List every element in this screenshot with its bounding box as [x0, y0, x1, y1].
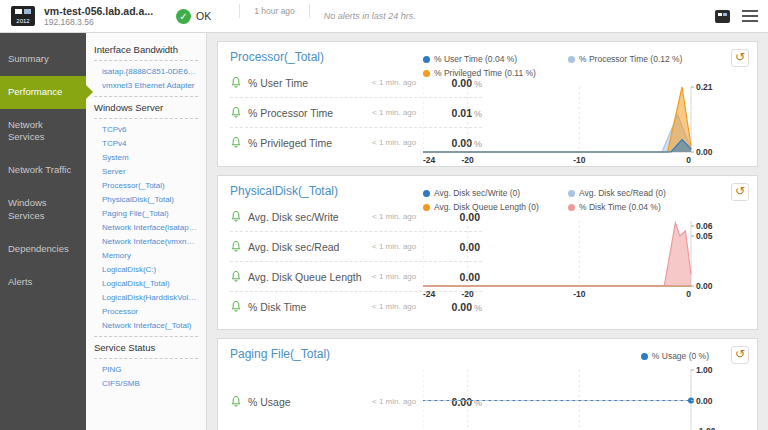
threshold-bell-icon[interactable]: [230, 270, 242, 283]
legend-dot: [568, 204, 575, 211]
chart-legend: % Usage (0 %): [423, 349, 723, 363]
sidebar-item-summary[interactable]: Summary: [0, 43, 86, 76]
device-status: OK: [176, 9, 211, 24]
history-icon[interactable]: [731, 183, 749, 201]
monitor-link[interactable]: isatap.{8888C851-0DE6-475C-...: [94, 64, 198, 78]
chart-area: % Usage (0 %) 1.000.00-1.00-24-20-100: [423, 349, 723, 430]
monitor-link[interactable]: Network Interface(_Total): [94, 318, 198, 332]
monitor-link[interactable]: LogicalDisk(_Total): [94, 276, 198, 290]
monitor-link[interactable]: PhysicalDisk(_Total): [94, 192, 198, 206]
svg-text:-1.00: -1.00: [696, 426, 716, 430]
legend-dot: [423, 190, 430, 197]
main-content: Processor(_Total) % User Time < 1 min. a…: [207, 33, 768, 430]
device-name: vm-test-056.lab.ad.a...: [44, 5, 162, 17]
legend-item: % User Time (0.04 %): [423, 52, 568, 66]
monitor-section-title: Service Status: [94, 337, 198, 359]
history-icon[interactable]: [731, 346, 749, 364]
monitor-section-title: Windows Server: [94, 97, 198, 119]
monitor-link[interactable]: CIFS/SMB: [94, 376, 198, 390]
top-bar: 2012 vm-test-056.lab.ad.a... 192.168.3.5…: [0, 0, 768, 33]
monitor-link[interactable]: vmxnet3 Ethernet Adapter: [94, 78, 198, 92]
menu-icon[interactable]: [742, 7, 758, 25]
legend-item: % Processor Time (0.12 %): [568, 52, 713, 66]
svg-text:-24: -24: [423, 289, 436, 299]
metric-unit: %: [474, 303, 482, 313]
svg-text:-20: -20: [462, 289, 475, 299]
monitor-link[interactable]: LogicalDisk(HarddiskVolume1): [94, 290, 198, 304]
monitor-link[interactable]: Processor(_Total): [94, 178, 198, 192]
legend-dot: [568, 190, 575, 197]
threshold-bell-icon[interactable]: [230, 76, 242, 89]
device-icon: 2012: [10, 5, 36, 27]
monitor-link[interactable]: Paging File(_Total): [94, 206, 198, 220]
threshold-bell-icon[interactable]: [230, 300, 242, 313]
svg-text:0.00: 0.00: [696, 281, 713, 291]
metric-time: < 1 min. ago: [372, 138, 430, 147]
threshold-bell-icon[interactable]: [230, 210, 242, 223]
server-category-icon[interactable]: [715, 10, 730, 23]
monitor-section-windows-server: Windows Server TCPv6 TCPv4 System Server…: [94, 96, 198, 332]
threshold-bell-icon[interactable]: [230, 106, 242, 119]
metric-time: < 1 min. ago: [372, 397, 430, 406]
legend-item: % Privileged Time (0.11 %): [423, 66, 568, 80]
legend-dot: [423, 56, 430, 63]
metric-time: < 1 min. ago: [372, 212, 430, 221]
chart-legend: % User Time (0.04 %) % Processor Time (0…: [423, 52, 723, 80]
svg-text:0.00: 0.00: [696, 396, 713, 406]
monitor-link[interactable]: TCPv6: [94, 122, 198, 136]
monitor-link[interactable]: Server: [94, 164, 198, 178]
metric-name: Avg. Disk sec/Read: [248, 241, 372, 253]
monitor-link[interactable]: Memory: [94, 248, 198, 262]
svg-text:0.05: 0.05: [696, 231, 713, 241]
metric-name: % Processor Time: [248, 107, 372, 119]
side-nav: Summary Performance Network Services Net…: [0, 33, 86, 430]
metric-name: % User Time: [248, 77, 372, 89]
chart-area: % User Time (0.04 %) % Processor Time (0…: [423, 52, 723, 169]
legend-item: Avg. Disk sec/Read (0): [568, 186, 713, 200]
timeseries-chart: 0.060.050.00-24-20-100: [423, 217, 723, 299]
monitor-link[interactable]: System: [94, 150, 198, 164]
sidebar-item-network-traffic[interactable]: Network Traffic: [0, 154, 86, 187]
status-ok-icon: [176, 9, 191, 24]
metric-time: < 1 min. ago: [372, 272, 430, 281]
sidebar-item-windows-services[interactable]: Windows Services: [0, 187, 86, 233]
alerts-summary: No alerts in last 24 hrs.: [324, 11, 416, 21]
monitor-link[interactable]: Network Interface(vmxnet3 Et...: [94, 234, 198, 248]
svg-text:2012: 2012: [16, 18, 30, 24]
monitor-link[interactable]: Network Interface(isatap.{888...: [94, 220, 198, 234]
legend-dot: [568, 56, 575, 63]
panel-physicaldisk-total: PhysicalDisk(_Total) Avg. Disk sec/Write…: [217, 175, 758, 330]
svg-text:0: 0: [686, 155, 691, 165]
metric-time: < 1 min. ago: [372, 302, 430, 311]
legend-item: Avg. Disk Queue Length (0): [423, 200, 568, 214]
sidebar-item-dependencies[interactable]: Dependencies: [0, 233, 86, 266]
monitor-link[interactable]: PING: [94, 362, 198, 376]
svg-text:0.00: 0.00: [696, 147, 713, 157]
monitor-link[interactable]: TCPv4: [94, 136, 198, 150]
threshold-bell-icon[interactable]: [230, 240, 242, 253]
timeseries-chart: 0.210.00-24-20-100: [423, 83, 723, 165]
threshold-bell-icon[interactable]: [230, 136, 242, 149]
sidebar-item-alerts[interactable]: Alerts: [0, 266, 86, 299]
history-icon[interactable]: [731, 49, 749, 67]
svg-text:-10: -10: [573, 289, 586, 299]
svg-text:0.06: 0.06: [696, 221, 713, 231]
last-polled: 1 hour ago: [239, 4, 310, 18]
chart-legend: Avg. Disk sec/Write (0) Avg. Disk sec/Re…: [423, 186, 723, 214]
device-meta: vm-test-056.lab.ad.a... 192.168.3.56: [44, 5, 162, 27]
sidebar-item-network-services[interactable]: Network Services: [0, 109, 86, 155]
legend-dot: [641, 353, 648, 360]
panel-pagingfile-total: Paging File(_Total) % Usage < 1 min. ago…: [217, 338, 758, 430]
metric-name: % Privileged Time: [248, 137, 372, 149]
chart-area: Avg. Disk sec/Write (0) Avg. Disk sec/Re…: [423, 186, 723, 303]
legend-item: Avg. Disk sec/Write (0): [423, 186, 568, 200]
sidebar-item-performance[interactable]: Performance: [0, 76, 86, 109]
device-ip: 192.168.3.56: [44, 17, 162, 27]
svg-text:-10: -10: [573, 155, 586, 165]
monitor-link[interactable]: LogicalDisk(C:): [94, 262, 198, 276]
monitor-list: Interface Bandwidth isatap.{8888C851-0DE…: [86, 33, 207, 430]
svg-text:0: 0: [686, 289, 691, 299]
threshold-bell-icon[interactable]: [230, 395, 242, 408]
monitor-link[interactable]: Processor: [94, 304, 198, 318]
timeseries-chart: 1.000.00-1.00-24-20-100: [423, 366, 723, 430]
